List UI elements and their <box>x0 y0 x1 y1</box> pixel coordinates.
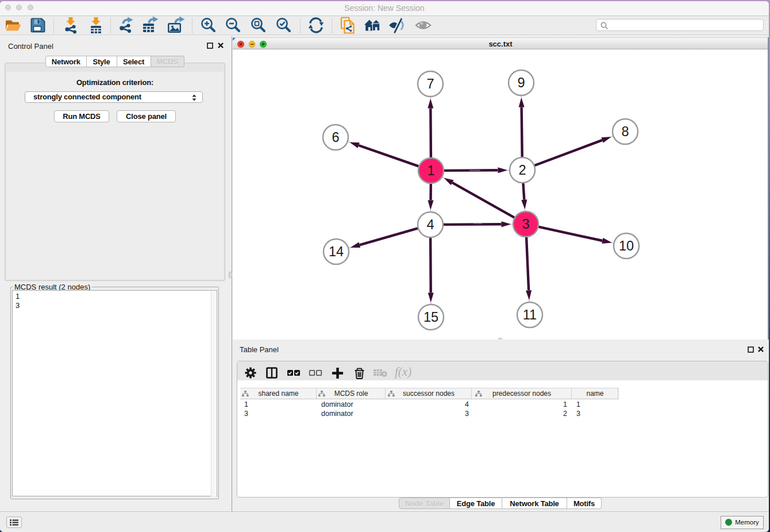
svg-text:2: 2 <box>518 163 526 178</box>
svg-text:3: 3 <box>522 217 529 232</box>
svg-text:6: 6 <box>332 130 339 145</box>
svg-text:1: 1 <box>427 163 434 178</box>
svg-text:4: 4 <box>426 217 434 232</box>
svg-text:11: 11 <box>523 307 537 322</box>
svg-text:9: 9 <box>517 75 525 90</box>
svg-text:8: 8 <box>621 124 629 139</box>
svg-text:14: 14 <box>329 244 344 259</box>
svg-text:10: 10 <box>619 238 634 253</box>
svg-text:7: 7 <box>426 76 434 91</box>
svg-text:15: 15 <box>424 310 438 325</box>
